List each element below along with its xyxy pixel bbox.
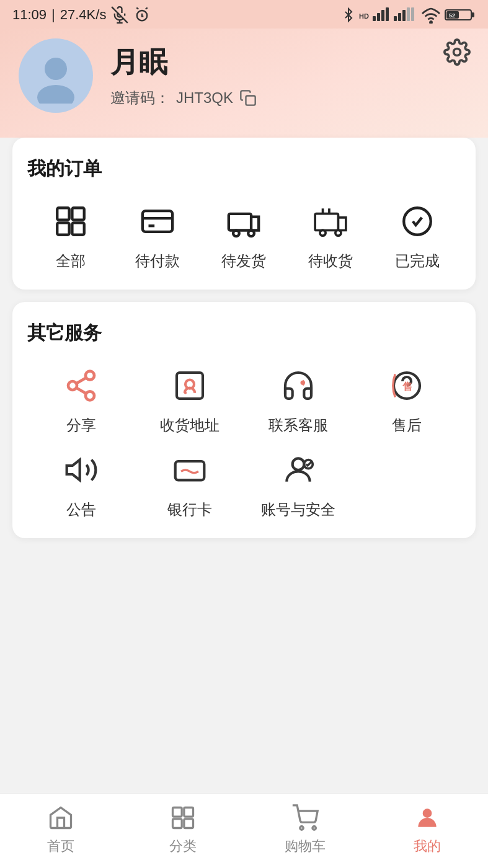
order-icons-row: 全部 待付款 <box>27 199 461 271</box>
order-item-pending-receive[interactable]: 待收货 <box>308 199 353 271</box>
signal-hd-icon: HD <box>359 6 390 24</box>
account-label: 账号与安全 <box>261 500 335 520</box>
svg-rect-28 <box>72 223 84 234</box>
home-nav-icon <box>45 802 76 833</box>
mine-nav-label: 我的 <box>414 837 441 856</box>
profile-header: 月眠 邀请码： JHT3QK <box>0 29 488 138</box>
category-nav-icon <box>167 802 198 833</box>
service-item-support[interactable]: 联系客服 <box>244 363 353 435</box>
svg-point-43 <box>86 391 94 400</box>
services-card: 其它服务 分享 <box>12 302 476 538</box>
svg-rect-7 <box>373 16 376 21</box>
service-item-bankcard[interactable]: 银行卡 <box>136 448 244 520</box>
svg-rect-14 <box>407 7 410 21</box>
nav-item-mine[interactable]: 我的 <box>366 802 488 856</box>
svg-rect-13 <box>402 10 406 21</box>
svg-rect-12 <box>398 13 401 21</box>
battery-icon: 52 <box>445 7 476 23</box>
svg-rect-18 <box>471 12 474 17</box>
invite-code-value: JHT3QK <box>176 89 233 107</box>
home-nav-label: 首页 <box>47 837 74 856</box>
support-icon <box>276 363 321 408</box>
pending-ship-label: 待发货 <box>221 251 266 271</box>
svg-rect-24 <box>246 96 255 105</box>
service-item-address[interactable]: 收货地址 <box>136 363 244 435</box>
orders-card: 我的订单 全部 <box>12 138 476 290</box>
svg-point-16 <box>430 21 432 23</box>
status-right: HD 52 <box>342 6 476 24</box>
service-grid: 分享 收货地址 <box>27 363 461 520</box>
svg-rect-46 <box>177 373 203 399</box>
svg-rect-32 <box>229 214 251 231</box>
nav-item-home[interactable]: 首页 <box>0 802 122 856</box>
network-speed: 27.4K/s <box>60 7 107 23</box>
svg-line-4 <box>137 7 139 9</box>
svg-point-42 <box>68 381 77 390</box>
svg-line-44 <box>76 388 86 394</box>
svg-rect-25 <box>57 208 69 219</box>
svg-rect-10 <box>386 7 389 21</box>
order-item-pending-pay[interactable]: 待付款 <box>135 199 180 271</box>
pending-pay-icon <box>135 199 180 244</box>
order-item-completed[interactable]: 已完成 <box>395 199 440 271</box>
cart-nav-icon <box>290 802 321 833</box>
avatar[interactable] <box>19 38 93 113</box>
svg-point-36 <box>320 230 326 236</box>
pending-ship-icon <box>221 199 266 244</box>
separator: | <box>51 7 55 23</box>
svg-point-23 <box>37 85 74 104</box>
status-bar: 11:09 | 27.4K/s HD <box>0 0 488 29</box>
profile-name: 月眠 <box>110 43 257 82</box>
pending-pay-label: 待付款 <box>135 251 180 271</box>
invite-label: 邀请码： <box>110 88 170 108</box>
invite-code-row: 邀请码： JHT3QK <box>110 88 257 108</box>
notice-label: 公告 <box>66 500 96 520</box>
bankcard-label: 银行卡 <box>167 500 212 520</box>
nav-item-category[interactable]: 分类 <box>122 802 244 856</box>
svg-line-5 <box>146 7 148 9</box>
copy-icon[interactable] <box>239 89 257 107</box>
svg-point-33 <box>234 231 240 237</box>
support-label: 联系客服 <box>268 415 328 435</box>
pending-receive-icon <box>308 199 353 244</box>
mute-icon <box>111 6 128 24</box>
service-item-notice[interactable]: 公告 <box>27 448 136 520</box>
svg-point-41 <box>86 371 94 380</box>
svg-rect-9 <box>381 10 384 21</box>
services-title: 其它服务 <box>27 321 461 346</box>
settings-button[interactable] <box>443 38 471 72</box>
share-icon <box>59 363 104 408</box>
order-item-all[interactable]: 全部 <box>48 199 93 271</box>
svg-point-34 <box>249 231 255 237</box>
address-label: 收货地址 <box>160 415 220 435</box>
wifi-icon <box>421 6 441 24</box>
order-item-pending-ship[interactable]: 待发货 <box>221 199 266 271</box>
svg-point-37 <box>335 230 341 236</box>
alarm-icon <box>133 6 151 24</box>
time: 11:09 <box>12 7 47 23</box>
address-icon <box>167 363 212 408</box>
service-item-share[interactable]: 分享 <box>27 363 136 435</box>
svg-text:HD: HD <box>359 12 369 20</box>
all-orders-icon <box>48 199 93 244</box>
bankcard-icon <box>167 448 212 492</box>
svg-text:售: 售 <box>402 381 412 392</box>
signal-icon <box>394 6 417 24</box>
service-item-account[interactable]: 账号与安全 <box>244 448 353 520</box>
svg-rect-58 <box>173 819 182 828</box>
nav-item-cart[interactable]: 购物车 <box>244 802 366 856</box>
bluetooth-icon <box>342 6 355 24</box>
service-item-aftersale[interactable]: 售 售后 <box>352 363 461 435</box>
svg-point-21 <box>454 49 461 56</box>
svg-rect-26 <box>72 208 84 219</box>
aftersale-icon: 售 <box>384 363 429 408</box>
svg-line-45 <box>76 378 86 383</box>
svg-point-54 <box>293 458 304 470</box>
account-icon <box>276 448 321 492</box>
pending-receive-label: 待收货 <box>308 251 353 271</box>
svg-rect-29 <box>143 211 172 232</box>
svg-rect-15 <box>411 7 414 21</box>
category-nav-label: 分类 <box>169 837 197 856</box>
notice-icon <box>59 448 104 492</box>
svg-rect-35 <box>315 214 338 231</box>
